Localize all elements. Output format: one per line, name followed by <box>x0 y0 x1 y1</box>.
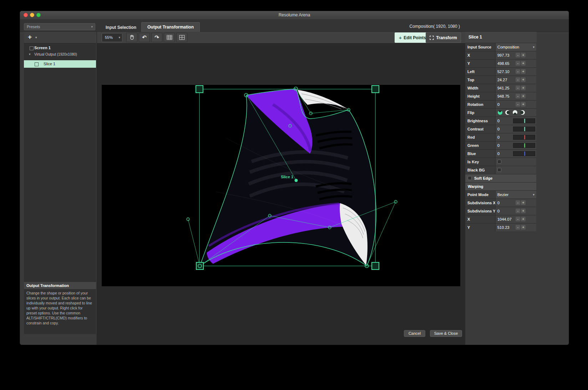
caret-down-icon[interactable]: ▾ <box>35 36 37 39</box>
subdivisions-x-value[interactable]: 0 <box>497 201 500 205</box>
virtual-output-label: Virtual Output (1920x1080) <box>34 52 77 56</box>
height-decrement-button[interactable]: - <box>516 94 520 98</box>
pan-tool-button[interactable] <box>126 33 137 42</box>
flip-none-icon[interactable] <box>498 110 502 115</box>
is-key-checkbox[interactable] <box>497 160 501 164</box>
red-slider-handle[interactable] <box>524 135 525 139</box>
layout-grid-icon <box>179 35 185 40</box>
slice-anchor[interactable] <box>295 179 298 182</box>
add-button[interactable]: + <box>28 33 32 41</box>
tab-input-selection[interactable]: Input Selection <box>101 23 141 32</box>
canvas-toolbar: 55% ▾ ↶ ↷ <box>97 32 465 43</box>
y-value[interactable]: 498.65 <box>497 61 510 66</box>
x-value[interactable]: 1044.07 <box>497 217 512 221</box>
y-decrement-button[interactable]: - <box>516 225 520 230</box>
caret-down-icon: ▾ <box>118 34 120 42</box>
prop-label-x: X <box>465 215 495 223</box>
output-viewport: Slice 1 Cancel Save & Close <box>97 43 465 345</box>
undo-button[interactable]: ↶ <box>139 33 150 42</box>
top-value[interactable]: 24.27 <box>497 78 507 82</box>
tree-item-virtual-output[interactable]: ▾ Virtual Output (1920x1080) <box>24 52 96 58</box>
cancel-button[interactable]: Cancel <box>404 330 425 337</box>
top-increment-button[interactable]: + <box>521 77 526 82</box>
y-value[interactable]: 510.23 <box>497 225 510 230</box>
brightness-slider[interactable] <box>513 118 535 123</box>
prop-value-y: 510.23-+ <box>496 224 536 231</box>
x-value[interactable]: 997.73 <box>497 53 510 57</box>
input-source-dropdown[interactable]: Composition▾ <box>496 43 536 51</box>
x-increment-button[interactable]: + <box>521 53 526 57</box>
point-mode-dropdown[interactable]: Bezier▾ <box>496 191 536 199</box>
left-value[interactable]: 527.10 <box>497 70 510 74</box>
prop-label-y: Y <box>465 60 495 67</box>
top-decrement-button[interactable]: - <box>516 77 520 82</box>
brightness-slider-handle[interactable] <box>524 119 525 123</box>
tab-output-transformation[interactable]: Output Transformation <box>141 22 200 32</box>
edit-points-button[interactable]: + Edit Points <box>395 32 430 43</box>
zoom-level-dropdown[interactable]: 55% ▾ <box>102 33 122 42</box>
rotation-value[interactable]: 0 <box>497 102 500 107</box>
prop-value-height: 948.75-+ <box>496 92 536 100</box>
height-value[interactable]: 948.75 <box>497 94 510 98</box>
transform-button[interactable]: Transform <box>426 32 461 43</box>
flip-vertical-icon[interactable] <box>513 110 517 115</box>
edit-points-label: Edit Points <box>404 35 426 40</box>
prop-label-red: Red <box>465 133 495 141</box>
corner-handle-top-left[interactable] <box>196 86 203 93</box>
title-bar[interactable]: Resolume Arena <box>20 11 569 20</box>
slice-label: Slice 1 <box>44 62 55 66</box>
output-canvas[interactable]: Slice 1 <box>102 85 460 286</box>
flip-both-icon[interactable] <box>520 110 525 115</box>
prop-label-subdivisions-y: Subdivisions Y <box>465 207 495 215</box>
black-bg-checkbox[interactable] <box>497 168 501 172</box>
screen-label: Screen 1 <box>34 46 51 50</box>
redo-button[interactable]: ↷ <box>151 33 162 42</box>
contrast-slider-handle[interactable] <box>524 127 525 131</box>
left-decrement-button[interactable]: - <box>516 69 520 74</box>
y-increment-button[interactable]: + <box>521 61 526 66</box>
x-decrement-button[interactable]: - <box>516 53 520 57</box>
red-slider[interactable] <box>513 135 535 140</box>
rotation-decrement-button[interactable]: - <box>516 102 520 107</box>
disclosure-triangle-icon[interactable]: ▾ <box>29 52 31 56</box>
prop-label-green: Green <box>465 142 495 149</box>
tree-item-screen[interactable]: Screen 1 <box>24 45 96 52</box>
width-decrement-button[interactable]: - <box>516 86 520 90</box>
save-close-button[interactable]: Save & Close <box>430 330 462 337</box>
caret-down-icon: ▾ <box>91 24 93 30</box>
subdivisions-y-value[interactable]: 0 <box>497 209 500 213</box>
y-increment-button[interactable]: + <box>521 225 526 230</box>
split-view-button[interactable] <box>176 33 187 42</box>
height-increment-button[interactable]: + <box>521 94 526 98</box>
green-slider[interactable] <box>513 143 535 148</box>
prop-label-width: Width <box>465 84 495 92</box>
corner-handle-top-right[interactable] <box>372 86 379 93</box>
left-increment-button[interactable]: + <box>521 69 526 74</box>
tree-item-slice[interactable]: Slice 1 <box>24 60 96 68</box>
subdivisions-x-increment-button[interactable]: + <box>521 200 526 205</box>
blue-slider-handle[interactable] <box>524 152 525 156</box>
x-increment-button[interactable]: + <box>521 217 526 221</box>
subdivisions-y-decrement-button[interactable]: - <box>516 209 520 213</box>
undo-icon: ↶ <box>142 34 147 41</box>
width-value[interactable]: 941.25 <box>497 86 510 90</box>
width-increment-button[interactable]: + <box>521 86 526 90</box>
soft-edge-checkbox[interactable] <box>468 176 472 180</box>
contrast-slider[interactable] <box>513 127 535 132</box>
corner-handle-bottom-left[interactable] <box>196 262 203 270</box>
show-grid-button[interactable] <box>164 33 175 42</box>
transform-label: Transform <box>436 35 457 40</box>
corner-handle-bottom-right[interactable] <box>372 262 379 270</box>
y-decrement-button[interactable]: - <box>516 61 520 66</box>
subdivisions-y-increment-button[interactable]: + <box>521 209 526 213</box>
blue-slider[interactable] <box>513 151 535 156</box>
red-value: 0 <box>497 135 500 139</box>
transform-corners-icon <box>430 36 434 40</box>
rotation-increment-button[interactable]: + <box>521 102 526 107</box>
x-decrement-button[interactable]: - <box>516 217 520 221</box>
slice-properties-panel: Slice 1 Input SourceComposition▾X997.73-… <box>465 32 537 232</box>
presets-dropdown[interactable]: Presets ▾ <box>24 23 95 30</box>
subdivisions-x-decrement-button[interactable]: - <box>516 200 520 205</box>
green-slider-handle[interactable] <box>524 143 525 148</box>
flip-horizontal-icon[interactable] <box>505 110 510 115</box>
